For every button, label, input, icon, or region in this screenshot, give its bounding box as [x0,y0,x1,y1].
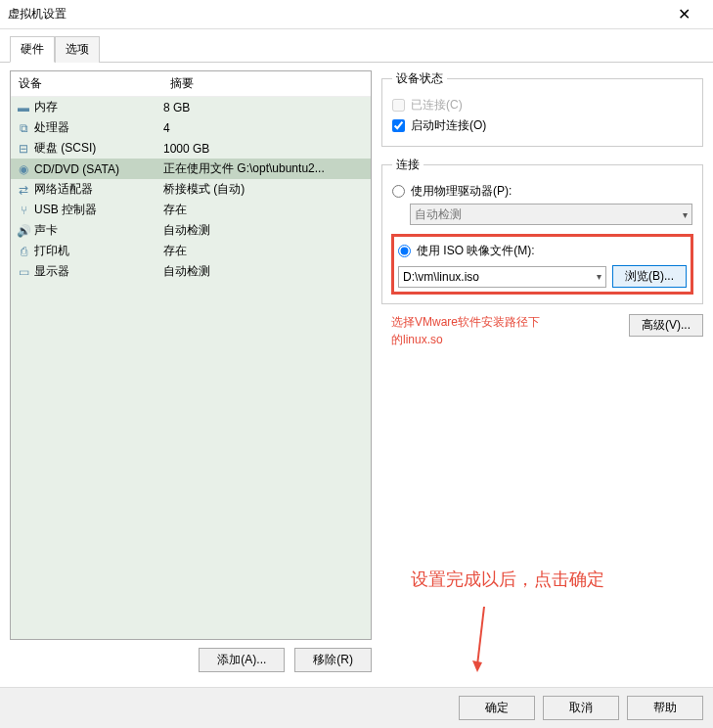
device-summary: 存在 [163,243,365,259]
cancel-button[interactable]: 取消 [543,696,619,720]
connect-start-label: 启动时连接(O) [411,117,486,134]
connection-legend: 连接 [392,157,423,173]
close-icon[interactable]: ✕ [662,0,705,29]
device-name: 声卡 [34,222,58,239]
svg-marker-1 [472,660,482,672]
list-item[interactable]: ▬内存8 GB [11,97,371,117]
titlebar: 虚拟机设置 ✕ [0,0,713,29]
device-summary: 4 [163,121,365,135]
list-item[interactable]: ▭显示器自动检测 [11,261,371,282]
device-name: USB 控制器 [34,202,97,218]
svg-line-0 [477,607,484,665]
header-summary: 摘要 [162,71,371,96]
connected-checkbox [392,99,405,112]
list-item[interactable]: ⑂USB 控制器存在 [11,200,371,220]
usb-icon: ⑂ [17,204,30,217]
device-name: CD/DVD (SATA) [34,162,119,176]
device-summary: 桥接模式 (自动) [163,181,365,198]
dialog-footer: 确定 取消 帮助 [0,687,713,728]
list-item[interactable]: 🔊声卡自动检测 [11,220,371,241]
physical-label: 使用物理驱动器(P): [411,183,512,200]
device-summary: 1000 GB [163,142,365,156]
help-button[interactable]: 帮助 [627,696,703,720]
device-summary: 自动检测 [163,263,365,280]
tab-options[interactable]: 选项 [55,36,100,63]
device-name: 打印机 [34,243,69,259]
device-name: 处理器 [34,119,69,136]
chevron-down-icon: ▾ [683,209,688,220]
device-name: 显示器 [34,263,69,280]
connect-start-checkbox[interactable] [392,119,405,132]
list-item[interactable]: ⇄网络适配器桥接模式 (自动) [11,179,371,200]
physical-drive-combo: 自动检测 ▾ [410,204,692,225]
list-item[interactable]: ◉CD/DVD (SATA)正在使用文件 G:\opt\ubuntu2... [11,159,371,179]
advanced-button[interactable]: 高级(V)... [629,314,703,337]
add-button[interactable]: 添加(A)... [199,648,285,672]
connected-label: 已连接(C) [411,97,463,114]
iso-path-value: D:\vm\linux.iso [403,270,479,284]
annotation-text-2: 设置完成以后，点击确定 [411,568,604,591]
remove-button[interactable]: 移除(R) [294,648,372,672]
tab-strip: 硬件 选项 [0,29,713,63]
iso-highlight-box: 使用 ISO 映像文件(M): D:\vm\linux.iso ▾ 浏览(B).… [392,235,692,294]
device-status-group: 设备状态 已连接(C) 启动时连接(O) [381,70,703,147]
cpu-icon: ⧉ [17,121,30,135]
device-summary: 正在使用文件 G:\opt\ubuntu2... [163,160,365,177]
list-item[interactable]: ⊟硬盘 (SCSI)1000 GB [11,138,371,159]
annotation-text-1: 选择VMware软件安装路径下 的linux.so [391,313,540,348]
header-device: 设备 [11,71,162,96]
sound-icon: 🔊 [17,224,30,238]
printer-icon: ⎙ [17,245,30,258]
browse-button[interactable]: 浏览(B)... [612,265,687,288]
device-summary: 存在 [163,202,365,218]
window-title: 虚拟机设置 [8,6,662,23]
iso-label: 使用 ISO 映像文件(M): [417,243,535,259]
device-name: 硬盘 (SCSI) [34,140,96,157]
disk-icon: ⊟ [17,142,30,156]
device-summary: 自动检测 [163,222,365,239]
ok-button[interactable]: 确定 [459,696,535,720]
net-icon: ⇄ [17,183,30,197]
device-list: 设备 摘要 ▬内存8 GB⧉处理器4⊟硬盘 (SCSI)1000 GB◉CD/D… [10,70,372,640]
list-item[interactable]: ⧉处理器4 [11,117,371,138]
iso-radio[interactable] [398,245,411,257]
memory-icon: ▬ [17,101,30,114]
device-summary: 8 GB [163,101,365,114]
iso-path-combo[interactable]: D:\vm\linux.iso ▾ [398,266,606,288]
chevron-down-icon[interactable]: ▾ [597,271,602,282]
device-name: 网络适配器 [34,181,93,198]
cd-icon: ◉ [17,162,30,176]
connection-group: 连接 使用物理驱动器(P): 自动检测 ▾ 使用 ISO 映像文件(M): D [381,157,703,304]
device-name: 内存 [34,99,58,115]
display-icon: ▭ [17,265,30,279]
physical-radio[interactable] [392,185,405,198]
list-header: 设备 摘要 [11,71,371,97]
device-status-legend: 设备状态 [392,70,447,87]
arrow-icon [469,602,499,680]
list-item[interactable]: ⎙打印机存在 [11,241,371,261]
tab-hardware[interactable]: 硬件 [10,36,55,63]
